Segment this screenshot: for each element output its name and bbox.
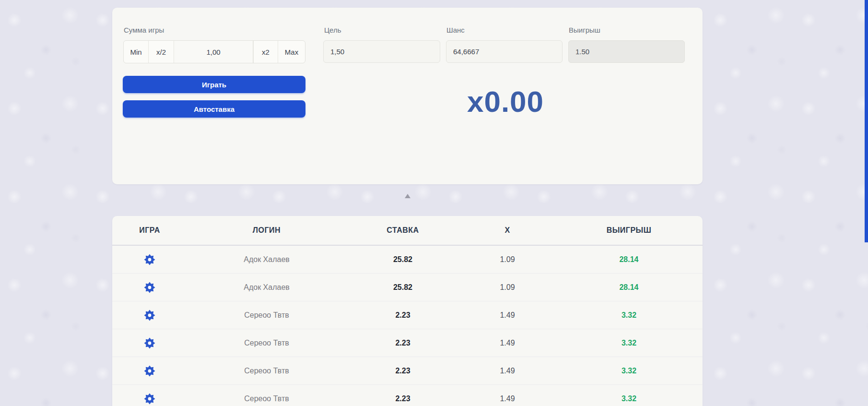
row-bet: 2.23 [346,367,459,375]
bet-controls-card: Сумма игры Min x/2 1,00 x2 Max Цель Шанс… [112,8,703,184]
table-body: Адок Халаев 25.82 1.09 28.14 Адок Халаев… [112,246,703,406]
row-login: Сереоо Твтв [187,394,346,403]
row-login: Сереоо Твтв [187,367,346,375]
gear-game-icon [144,282,155,293]
gear-game-icon [144,254,155,265]
bet-amount-label: Сумма игры [124,26,164,34]
collapse-caret-icon[interactable] [405,194,411,198]
half-button[interactable]: x/2 [149,41,174,63]
win-label: Выигрыш [569,26,600,34]
chance-label: Шанс [446,26,465,34]
chance-input[interactable] [446,40,563,63]
scrollbar-thumb[interactable] [865,0,868,242]
table-row: Сереоо Твтв 2.23 1.49 3.32 [112,329,703,357]
row-bet: 2.23 [346,311,459,320]
gear-game-icon [144,310,155,321]
table-header-row: ИГРА ЛОГИН СТАВКА X ВЫИГРЫШ [112,216,703,246]
table-row: Адок Халаев 25.82 1.09 28.14 [112,246,703,274]
row-x: 1.49 [459,367,555,375]
row-win: 3.32 [555,311,703,320]
gear-game-icon [144,337,155,349]
bet-amount-group: Min x/2 1,00 x2 Max [123,40,305,63]
row-x: 1.09 [459,283,555,292]
row-win: 28.14 [555,255,703,264]
target-input[interactable] [323,40,440,63]
table-row: Сереоо Твтв 2.23 1.49 3.32 [112,357,703,385]
row-win: 3.32 [555,394,703,403]
play-button[interactable]: Играть [123,76,305,93]
row-x: 1.09 [459,255,555,264]
result-multiplier: x0.00 [419,84,592,119]
min-button[interactable]: Min [124,41,149,63]
row-login: Адок Халаев [187,283,346,292]
row-bet: 2.23 [346,339,459,347]
header-game: ИГРА [112,226,187,235]
gear-game-icon [144,393,155,405]
row-login: Адок Халаев [187,255,346,264]
win-input [568,40,685,63]
autobet-button[interactable]: Автоставка [123,100,305,118]
row-login: Сереоо Твтв [187,339,346,347]
double-button[interactable]: x2 [253,41,278,63]
row-bet: 2.23 [346,394,459,403]
bets-table-card: ИГРА ЛОГИН СТАВКА X ВЫИГРЫШ Адок Халаев … [112,216,703,406]
table-row: Сереоо Твтв 2.23 1.49 3.32 [112,385,703,406]
header-win: ВЫИГРЫШ [555,226,703,235]
row-x: 1.49 [459,394,555,403]
target-label: Цель [324,26,341,34]
header-bet: СТАВКА [346,226,459,235]
row-x: 1.49 [459,311,555,320]
row-bet: 25.82 [346,283,459,292]
row-login: Сереоо Твтв [187,311,346,320]
bet-amount-value[interactable]: 1,00 [174,41,253,63]
row-x: 1.49 [459,339,555,347]
row-win: 3.32 [555,367,703,375]
gear-game-icon [144,365,155,377]
table-row: Сереоо Твтв 2.23 1.49 3.32 [112,301,703,329]
row-win: 28.14 [555,283,703,292]
table-row: Адок Халаев 25.82 1.09 28.14 [112,274,703,301]
header-x: X [459,226,555,235]
row-bet: 25.82 [346,255,459,264]
max-button[interactable]: Max [278,41,305,63]
header-login: ЛОГИН [187,226,346,235]
row-win: 3.32 [555,339,703,347]
